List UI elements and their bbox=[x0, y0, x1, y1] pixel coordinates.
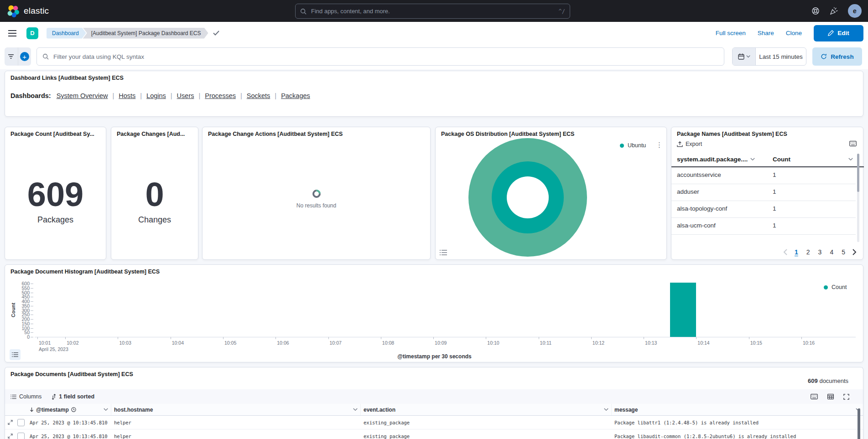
expand-row-icon[interactable] bbox=[5, 429, 15, 439]
row-checkbox[interactable] bbox=[17, 433, 25, 439]
chevron-down-icon bbox=[848, 158, 853, 161]
package-count-value: 609 bbox=[27, 178, 83, 212]
column-header-package-name[interactable]: system.audit.package.... bbox=[677, 156, 755, 163]
dashboard-link[interactable]: Users bbox=[177, 92, 194, 99]
y-tick-label: 450 bbox=[7, 294, 30, 300]
page-button-2[interactable]: 2 bbox=[806, 248, 811, 256]
page-button-5[interactable]: 5 bbox=[841, 248, 846, 256]
export-button[interactable]: Export bbox=[677, 141, 702, 147]
add-filter-icon[interactable]: + bbox=[18, 47, 31, 66]
panel-title: Package Documents [Auditbeat System] ECS bbox=[10, 371, 858, 377]
edit-button[interactable]: Edit bbox=[814, 25, 863, 41]
page-next-icon[interactable] bbox=[852, 249, 857, 255]
y-tick-mark bbox=[31, 288, 33, 289]
columns-button[interactable]: Columns bbox=[10, 393, 42, 400]
column-header-count[interactable]: Count bbox=[773, 156, 853, 163]
document-count-value: 609 bbox=[808, 377, 818, 384]
global-search-input[interactable] bbox=[310, 7, 555, 15]
filter-icon[interactable] bbox=[5, 47, 18, 66]
histogram-bar[interactable] bbox=[670, 283, 696, 337]
scrollbar-thumb[interactable] bbox=[858, 408, 860, 439]
table-row[interactable]: alsa-topology-conf1 bbox=[671, 201, 856, 218]
dashboard-link[interactable]: Sockets bbox=[247, 92, 270, 99]
document-count: 609 documents bbox=[808, 377, 848, 384]
page-button-3[interactable]: 3 bbox=[817, 248, 823, 256]
search-icon bbox=[300, 8, 307, 15]
scrollbar-thumb[interactable] bbox=[857, 154, 859, 192]
chevron-down-icon bbox=[604, 408, 608, 411]
page-button-1[interactable]: 1 bbox=[794, 248, 799, 256]
page-prev-icon[interactable] bbox=[783, 249, 787, 255]
dashboard-badge[interactable]: D bbox=[26, 27, 38, 39]
kebab-icon[interactable]: ⋮ bbox=[656, 141, 663, 148]
clone-button[interactable]: Clone bbox=[786, 30, 802, 36]
dashboard-link[interactable]: Logins bbox=[146, 92, 166, 99]
refresh-button[interactable]: Refresh bbox=[812, 47, 862, 66]
keyboard-icon[interactable] bbox=[811, 394, 818, 399]
list-icon[interactable] bbox=[10, 349, 21, 360]
donut-hole bbox=[507, 176, 549, 218]
y-tick-mark bbox=[31, 328, 33, 329]
y-tick-mark bbox=[31, 319, 33, 320]
calendar-icon[interactable] bbox=[733, 48, 756, 65]
column-header-hostname[interactable]: host.hostname bbox=[111, 404, 361, 415]
elastic-logo[interactable]: elastic bbox=[6, 5, 49, 17]
help-icon[interactable] bbox=[811, 7, 820, 15]
column-label: host.hostname bbox=[114, 407, 153, 413]
columns-icon bbox=[10, 394, 16, 399]
display-options-icon[interactable] bbox=[827, 394, 834, 399]
share-button[interactable]: Share bbox=[758, 30, 774, 36]
header-actions: e bbox=[811, 0, 862, 22]
pagination: 12345 bbox=[783, 248, 857, 256]
breadcrumb-dashboard[interactable]: Dashboard bbox=[47, 28, 86, 39]
table-row[interactable]: adduser1 bbox=[671, 184, 856, 201]
time-range-label[interactable]: Last 15 minutes bbox=[756, 48, 806, 65]
dashboard-links-line: Dashboards:System Overview|Hosts|Logins|… bbox=[10, 92, 315, 99]
dashboard-link[interactable]: Processes bbox=[205, 92, 236, 99]
dashboard-link[interactable]: Hosts bbox=[119, 92, 135, 99]
kql-input[interactable] bbox=[52, 53, 718, 61]
dashboard-link[interactable]: Packages bbox=[281, 92, 310, 99]
header-spacer bbox=[5, 404, 15, 415]
menu-icon[interactable] bbox=[8, 30, 16, 36]
column-header-timestamp[interactable]: @timestamp bbox=[27, 404, 111, 415]
package-changes-label: Changes bbox=[138, 215, 171, 225]
y-tick-mark bbox=[31, 297, 33, 297]
table-row: Apr 25, 2023 @ 10:13:45.810helperexistin… bbox=[5, 429, 863, 439]
column-label: Count bbox=[773, 156, 790, 163]
global-search[interactable]: ^/ bbox=[295, 4, 570, 19]
panel-title: Package OS Distribution [Auditbeat Syste… bbox=[441, 131, 661, 137]
dashboard-link[interactable]: System Overview bbox=[57, 92, 108, 99]
x-tick-label: 10:02 bbox=[67, 340, 78, 346]
expand-row-icon[interactable] bbox=[5, 416, 15, 429]
x-tick-mark bbox=[65, 337, 66, 339]
table-row[interactable]: accountsservice1 bbox=[671, 167, 856, 184]
full-screen-button[interactable]: Full screen bbox=[716, 30, 746, 36]
x-tick-mark bbox=[381, 337, 381, 339]
column-header-message[interactable]: message bbox=[612, 404, 863, 415]
list-icon[interactable] bbox=[440, 249, 447, 256]
y-tick-mark bbox=[31, 337, 33, 337]
column-header-event-action[interactable]: event.action bbox=[361, 404, 612, 415]
table-row[interactable]: alsa-ucm-conf1 bbox=[671, 218, 856, 235]
fullscreen-icon[interactable] bbox=[843, 394, 849, 400]
donut-chart[interactable] bbox=[468, 138, 587, 257]
x-tick-mark bbox=[223, 337, 223, 339]
keyboard-icon[interactable] bbox=[849, 141, 857, 146]
histogram-legend[interactable]: Count bbox=[824, 284, 847, 290]
documents-table-header: @timestamp host.hostname event.action me… bbox=[5, 404, 863, 416]
sorted-fields-button[interactable]: 1 field sorted bbox=[52, 393, 94, 400]
page-button-4[interactable]: 4 bbox=[829, 248, 834, 256]
kql-search-box[interactable] bbox=[36, 47, 724, 66]
panel-package-change-actions: Package Change Actions [Auditbeat System… bbox=[202, 127, 431, 260]
user-avatar[interactable]: e bbox=[848, 4, 862, 18]
package-name-cell: alsa-ucm-conf bbox=[677, 222, 716, 229]
select-all-cell bbox=[15, 404, 27, 415]
row-checkbox[interactable] bbox=[17, 419, 25, 426]
news-icon[interactable] bbox=[830, 7, 838, 15]
y-tick-mark bbox=[31, 332, 33, 333]
package-name-cell: alsa-topology-conf bbox=[677, 205, 727, 212]
document-count-suffix: documents bbox=[819, 377, 848, 384]
donut-legend[interactable]: Ubuntu bbox=[620, 142, 646, 149]
y-tick-label: 200 bbox=[7, 317, 30, 322]
